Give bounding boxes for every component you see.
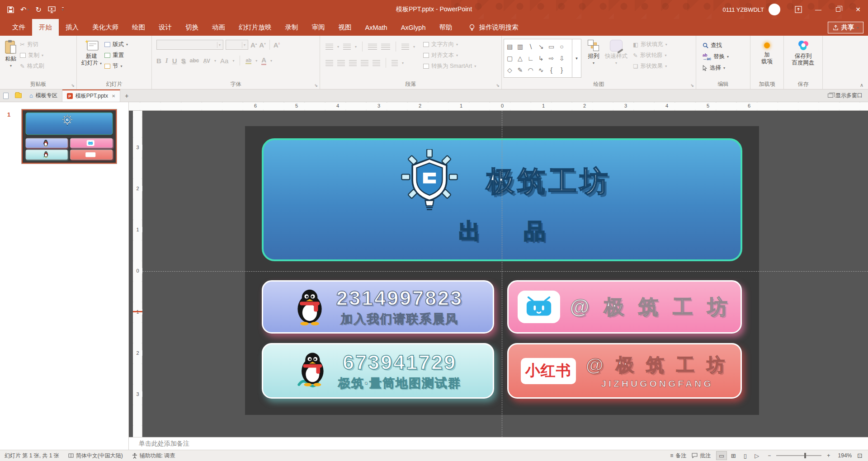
collapse-ribbon-button[interactable]: ∧ xyxy=(860,82,863,88)
doc-tab-template-zone[interactable]: ⌂ 模板专区 xyxy=(25,89,62,102)
shape-15[interactable]: ∿ xyxy=(537,64,545,75)
align-text-button[interactable]: 对齐文本▾ xyxy=(423,52,476,59)
notes-toggle[interactable]: ≡备注 xyxy=(670,452,686,460)
new-slide-button[interactable]: 新建幻灯片 ▾ xyxy=(79,38,104,80)
slide-counter[interactable]: 幻灯片 第 1 张, 共 1 张 xyxy=(5,452,59,460)
fit-to-window-button[interactable]: ⊡ xyxy=(857,452,863,459)
tab-help[interactable]: 帮助 xyxy=(432,19,459,36)
cut-button[interactable]: ✂剪切 xyxy=(20,41,44,48)
accessibility-checker[interactable]: 辅助功能: 调查 xyxy=(132,452,175,460)
shape-outline-button[interactable]: ✎形状轮廓▾ xyxy=(633,52,667,59)
tab-design[interactable]: 设计 xyxy=(152,19,179,36)
copy-button[interactable]: 复制▾ xyxy=(20,52,44,59)
close-button[interactable]: ✕ xyxy=(848,0,868,19)
shape-11[interactable]: ⇩ xyxy=(558,52,566,64)
view-button-0[interactable]: ▭ xyxy=(716,451,727,460)
highlight-button[interactable]: ab xyxy=(245,57,251,64)
align-left-button[interactable] xyxy=(326,60,333,66)
baidu-save-button[interactable]: 保存到百度网盘 xyxy=(789,38,817,80)
tab-insert[interactable]: 插入 xyxy=(59,19,85,36)
shape-12[interactable]: ◇ xyxy=(506,64,514,75)
font-dialog-launcher[interactable]: ⇘ xyxy=(314,83,318,88)
shape-5[interactable]: ○ xyxy=(558,41,566,52)
font-size-combo[interactable]: ▾ xyxy=(226,40,248,50)
tab-review[interactable]: 审阅 xyxy=(305,19,332,36)
tab-home[interactable]: 开始 xyxy=(32,19,59,36)
change-case-button[interactable]: Aa xyxy=(220,57,228,65)
qq-group-box[interactable]: 673941729 极筑·量筒地图测试群 xyxy=(262,343,494,399)
shrink-font-button[interactable]: A▾ xyxy=(259,41,265,49)
vertical-guide[interactable] xyxy=(502,111,502,437)
vertical-ruler[interactable]: 3210123 xyxy=(133,111,142,437)
select-button[interactable]: 选择▾ xyxy=(703,64,729,72)
quick-styles-button[interactable]: 快速样式▾ xyxy=(602,38,630,80)
justify-button[interactable] xyxy=(361,60,368,66)
view-button-3[interactable]: ▷ xyxy=(751,451,762,460)
replace-button[interactable]: ab→ac 替换▾ xyxy=(703,53,729,61)
bold-button[interactable]: B xyxy=(156,57,161,65)
view-button-2[interactable]: ▯ xyxy=(740,451,750,460)
customize-qat-button[interactable]: ▾ xyxy=(62,7,64,12)
horizontal-ruler[interactable]: 6543210123456 xyxy=(129,102,868,111)
paste-button[interactable]: 粘贴▾ xyxy=(2,38,20,80)
shape-8[interactable]: ∟ xyxy=(527,52,534,64)
strikethrough-button[interactable]: abc xyxy=(190,57,199,64)
tab-beautify[interactable]: 美化大师 xyxy=(85,19,125,36)
tab-axglyph[interactable]: AxGlyph xyxy=(394,19,433,36)
tab-file[interactable]: 文件 xyxy=(5,19,32,36)
shape-7[interactable]: △ xyxy=(516,52,524,64)
shape-10[interactable]: ⇨ xyxy=(547,52,555,64)
columns-button[interactable] xyxy=(392,60,398,66)
notes-panel[interactable]: 单击此处添加备注 xyxy=(129,437,868,450)
shape-9[interactable]: ↳ xyxy=(537,52,545,64)
avatar[interactable] xyxy=(769,4,780,15)
start-slideshow-icon[interactable] xyxy=(48,6,56,13)
shape-16[interactable]: { xyxy=(547,64,555,75)
shape-1[interactable]: ▥ xyxy=(516,41,524,52)
increase-indent-button[interactable] xyxy=(381,44,390,50)
grow-font-button[interactable]: A▴ xyxy=(250,41,257,49)
comments-toggle[interactable]: 批注 xyxy=(692,452,711,460)
shape-13[interactable]: ✎ xyxy=(516,64,524,75)
tab-record[interactable]: 录制 xyxy=(278,19,305,36)
arrange-button[interactable]: 排列▾ xyxy=(585,38,602,80)
close-doc-tab-icon[interactable]: ✕ xyxy=(112,94,115,99)
tab-view[interactable]: 视图 xyxy=(332,19,359,36)
new-document-icon[interactable] xyxy=(0,89,12,102)
save-icon[interactable] xyxy=(7,6,14,13)
shape-17[interactable]: } xyxy=(558,64,566,75)
layout-button[interactable]: 版式▾ xyxy=(104,41,128,48)
tab-axmath[interactable]: AxMath xyxy=(359,19,394,36)
shape-4[interactable]: ▭ xyxy=(547,41,555,52)
tell-me-search[interactable]: 操作说明搜索 xyxy=(469,19,518,36)
font-name-combo[interactable]: ▾ xyxy=(156,40,223,50)
shape-3[interactable]: ↘ xyxy=(537,41,545,52)
text-direction-button[interactable]: 文字方向▾ xyxy=(423,41,476,48)
font-color-button[interactable]: A xyxy=(261,56,266,65)
redo-button[interactable]: ↻ xyxy=(35,5,41,14)
shape-fill-button[interactable]: ◧形状填充▾ xyxy=(633,41,667,48)
zoom-slider-thumb[interactable] xyxy=(804,453,806,458)
zoom-percentage[interactable]: 194% xyxy=(835,452,852,459)
open-folder-icon[interactable] xyxy=(12,89,25,102)
zoom-slider[interactable] xyxy=(776,455,821,456)
tab-slideshow[interactable]: 幻灯片放映 xyxy=(232,19,278,36)
underline-button[interactable]: U xyxy=(172,57,177,65)
text-shadow-button[interactable]: S xyxy=(181,57,186,65)
slide-thumbnail[interactable] xyxy=(22,109,117,164)
language-selector[interactable]: 简体中文(中国大陆) xyxy=(68,452,123,460)
zoom-out-button[interactable]: − xyxy=(768,452,771,459)
tab-draw[interactable]: 绘图 xyxy=(125,19,152,36)
ribbon-display-options-icon[interactable] xyxy=(788,0,808,19)
share-button[interactable]: 共享▾ xyxy=(828,22,863,33)
paragraph-dialog-launcher[interactable]: ⇘ xyxy=(496,83,500,88)
tab-transitions[interactable]: 切换 xyxy=(179,19,205,36)
view-button-1[interactable]: ⊞ xyxy=(728,451,739,460)
shape-6[interactable]: ▢ xyxy=(506,52,514,64)
account-name[interactable]: 0111 YZBWDLT xyxy=(722,6,764,13)
align-right-button[interactable] xyxy=(349,60,357,66)
restore-button[interactable] xyxy=(828,0,848,19)
addins-button[interactable]: 加载项 xyxy=(759,38,775,80)
shapes-gallery-scroll[interactable]: ▾ xyxy=(572,39,581,78)
align-center-button[interactable] xyxy=(337,60,345,66)
